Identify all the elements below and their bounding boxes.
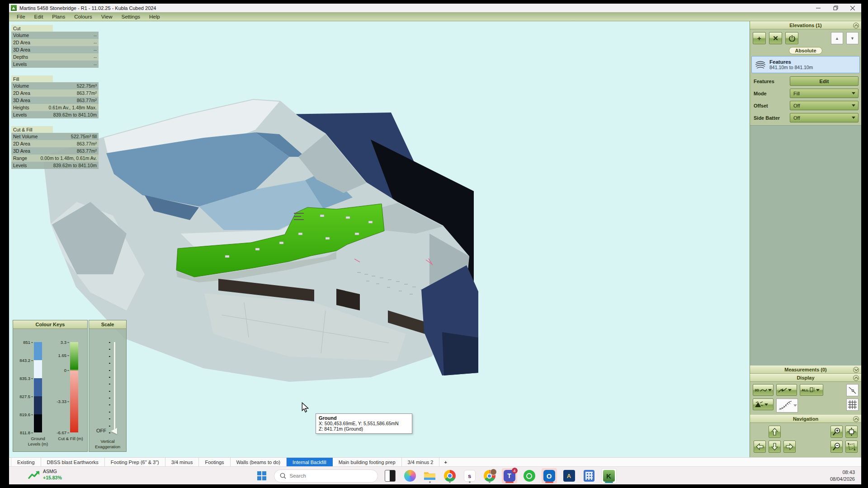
search-input[interactable] — [290, 473, 362, 479]
zoom-out-button[interactable] — [830, 441, 843, 453]
mode-value: Fill — [793, 91, 800, 96]
stats-row-cut-2d-area: 2D Area-- — [11, 39, 99, 46]
tab-footing-prep-6-3[interactable]: Footing Prep (6" & 3") — [105, 458, 165, 466]
stats-row-cut-depths: Depths-- — [11, 53, 99, 61]
pan-right-button[interactable] — [783, 441, 796, 453]
tab-3-4-minus-2[interactable]: 3/4 minus 2 — [402, 458, 440, 466]
expand-measurements-icon[interactable] — [853, 367, 859, 373]
navigation-header[interactable]: Navigation — [750, 415, 861, 423]
tab-main-building-footing-prep[interactable]: Main building footing prep — [333, 458, 402, 466]
start-button[interactable] — [254, 468, 269, 483]
menu-item-plans[interactable]: Plans — [48, 13, 69, 20]
menu-item-help[interactable]: Help — [145, 13, 164, 20]
right-panel: Elevations (1) + ✕ ▲ ▼ Absolute — [750, 21, 861, 457]
grid-display-button[interactable] — [846, 399, 859, 411]
delete-elevation-button[interactable]: ✕ — [769, 32, 782, 44]
menu-item-view[interactable]: View — [97, 13, 117, 20]
menu-item-file[interactable]: File — [13, 13, 29, 20]
all-layers-label: ALL — [802, 388, 809, 392]
add-elevation-button[interactable]: + — [753, 32, 766, 44]
add-tab-button[interactable]: + — [439, 458, 451, 466]
scale-tick-dot — [109, 342, 110, 343]
move-up-button[interactable]: ▲ — [831, 32, 843, 44]
edit-features-button[interactable]: Edit — [790, 76, 859, 86]
stats-section-title: Cut — [11, 25, 53, 32]
tab-internal-backfill[interactable]: Internal Backfill — [287, 458, 333, 466]
pan-left-button[interactable] — [754, 441, 766, 453]
collapse-navigation-icon[interactable] — [853, 416, 859, 422]
offset-dropdown[interactable]: Off — [790, 101, 859, 110]
ground-tick: 811.8 — [20, 430, 34, 435]
offset-value: Off — [793, 103, 800, 108]
close-button[interactable] — [844, 4, 861, 12]
display-header[interactable]: Display — [750, 374, 861, 382]
zoom-selection-button[interactable] — [845, 441, 858, 453]
notebook-app-icon[interactable] — [382, 468, 398, 483]
slack-icon[interactable]: s — [462, 468, 477, 483]
hatch-display-dropdown[interactable] — [753, 399, 774, 410]
colour-keys-title: Colour Keys — [13, 320, 87, 329]
collapse-display-icon[interactable] — [853, 375, 859, 381]
menu-item-settings[interactable]: Settings — [118, 13, 145, 20]
whatsapp-icon[interactable] — [522, 468, 537, 483]
breakline-display-button[interactable] — [846, 384, 859, 396]
collapse-elevations-icon[interactable] — [853, 23, 859, 28]
chevron-down-icon — [764, 404, 768, 406]
minimize-button[interactable] — [810, 4, 827, 12]
taskbar-clock[interactable]: 08:43 08/04/2026 — [830, 469, 855, 483]
clock-date: 08/04/2026 — [830, 476, 855, 483]
selected-feature-name: Features — [769, 59, 813, 65]
elevation-properties: Features Edit Mode Fill Offset Off — [750, 73, 861, 125]
zoom-extents-button[interactable] — [845, 426, 858, 438]
all-layers-dropdown[interactable]: ALL — [800, 384, 823, 396]
zoom-in-button[interactable] — [830, 426, 843, 438]
stat-label: Volume — [13, 33, 29, 38]
chrome-icon[interactable] — [442, 468, 458, 483]
stats-row-cut-fill-net-volume: Net Volume522.75m³ fill — [11, 133, 99, 140]
move-down-button[interactable]: ▼ — [846, 32, 859, 44]
menu-item-edit[interactable]: Edit — [30, 13, 47, 20]
ground-tick: 843.2 — [19, 358, 34, 363]
slider-handle[interactable] — [111, 428, 117, 434]
stat-label: Depths — [13, 54, 28, 60]
toggle-elevation-button[interactable] — [785, 32, 798, 44]
pan-up-button[interactable] — [769, 426, 781, 438]
kubla-cubed-icon[interactable]: K — [601, 468, 617, 483]
tab-existing[interactable]: Existing — [11, 458, 41, 466]
view-mode-label: 3D — [755, 388, 759, 392]
tooltip-title: Ground — [319, 415, 409, 421]
stats-row-fill-3d-area: 3D Area863.77m² — [11, 97, 99, 104]
tab-dbss-blast-earthworks[interactable]: DBSS blast Earthworks — [41, 458, 105, 466]
stats-section-title: Fill — [11, 75, 53, 82]
tab-footings[interactable]: Footings — [199, 458, 230, 466]
scale-panel: Scale OFF VerticalExaggeration — [89, 320, 127, 452]
stock-widget[interactable]: ASMG +15.83% — [28, 469, 62, 481]
calculator-icon[interactable] — [581, 468, 597, 483]
side-batter-dropdown[interactable]: Off — [790, 113, 859, 122]
surface-display-dropdown[interactable] — [776, 384, 797, 396]
cutfill-label: Cut & Fill (m) — [55, 436, 86, 441]
tab-walls-beams-to-do[interactable]: Walls (beams to do) — [231, 458, 287, 466]
drafting-app-icon[interactable]: A — [561, 468, 577, 483]
file-explorer-icon[interactable] — [422, 468, 438, 483]
outlook-icon[interactable]: O — [542, 468, 557, 483]
tooltip-xy: X: 500,453.69mE, Y: 5,551,586.65mN — [319, 421, 409, 426]
measurements-header[interactable]: Measurements (0) — [750, 366, 861, 374]
chrome-profile-icon[interactable] — [482, 468, 497, 483]
elevations-header[interactable]: Elevations (1) — [750, 21, 861, 29]
viewport-3d[interactable]: CutVolume--2D Area--3D Area--Depths--Lev… — [9, 21, 750, 457]
restore-button[interactable] — [827, 4, 844, 12]
mode-dropdown[interactable]: Fill — [790, 89, 859, 98]
selected-elevation-item[interactable]: Features 841.10m to 841.10m — [751, 56, 860, 73]
teams-icon[interactable]: T4 — [502, 468, 517, 483]
search-bar[interactable] — [274, 469, 378, 483]
tab-3-4-minus[interactable]: 3/4 minus — [165, 458, 199, 466]
vertical-exaggeration-slider[interactable] — [114, 342, 115, 432]
copilot-icon[interactable] — [402, 468, 418, 483]
stats-row-cut-3d-area: 3D Area-- — [11, 46, 99, 53]
view-mode-dropdown[interactable]: 3D — [753, 384, 774, 396]
contours-display-button[interactable] — [776, 399, 798, 413]
pan-down-button[interactable] — [769, 441, 781, 453]
menu-item-colours[interactable]: Colours — [70, 13, 96, 20]
scale-tick-dot — [109, 377, 110, 378]
